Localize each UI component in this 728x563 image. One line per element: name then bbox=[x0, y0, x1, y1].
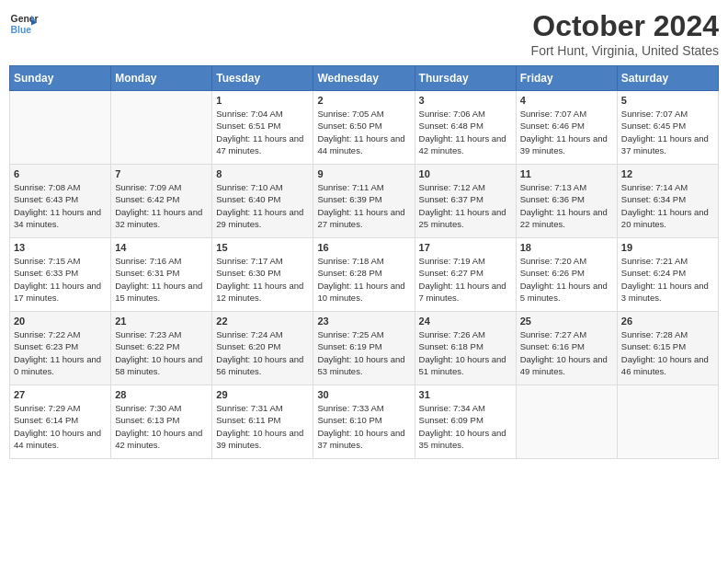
day-number: 8 bbox=[216, 168, 309, 179]
day-number: 14 bbox=[115, 242, 208, 253]
day-info: Sunrise: 7:19 AMSunset: 6:27 PMDaylight:… bbox=[419, 255, 512, 304]
day-number: 25 bbox=[520, 316, 613, 327]
day-info: Sunrise: 7:07 AMSunset: 6:46 PMDaylight:… bbox=[520, 108, 613, 156]
calendar-cell: 12Sunrise: 7:14 AMSunset: 6:34 PMDayligh… bbox=[617, 165, 718, 238]
calendar-cell: 17Sunrise: 7:19 AMSunset: 6:27 PMDayligh… bbox=[415, 238, 516, 312]
day-number: 9 bbox=[317, 168, 410, 179]
calendar-cell: 21Sunrise: 7:23 AMSunset: 6:22 PMDayligh… bbox=[111, 312, 212, 385]
day-info: Sunrise: 7:30 AMSunset: 6:13 PMDaylight:… bbox=[115, 402, 208, 451]
calendar-cell: 8Sunrise: 7:10 AMSunset: 6:40 PMDaylight… bbox=[212, 165, 313, 238]
calendar-cell: 1Sunrise: 7:04 AMSunset: 6:51 PMDaylight… bbox=[212, 91, 313, 165]
logo: General Blue bbox=[9, 9, 39, 39]
calendar-week-5: 27Sunrise: 7:29 AMSunset: 6:14 PMDayligh… bbox=[10, 385, 719, 459]
day-number: 12 bbox=[621, 168, 714, 179]
calendar-cell bbox=[617, 385, 718, 459]
calendar-cell: 4Sunrise: 7:07 AMSunset: 6:46 PMDaylight… bbox=[516, 91, 617, 165]
calendar-cell bbox=[111, 91, 212, 165]
day-info: Sunrise: 7:27 AMSunset: 6:16 PMDaylight:… bbox=[520, 328, 613, 377]
day-info: Sunrise: 7:04 AMSunset: 6:51 PMDaylight:… bbox=[216, 108, 309, 156]
calendar-cell bbox=[516, 385, 617, 459]
calendar-cell: 24Sunrise: 7:26 AMSunset: 6:18 PMDayligh… bbox=[415, 312, 516, 385]
header-thursday: Thursday bbox=[415, 66, 516, 91]
calendar-table: SundayMondayTuesdayWednesdayThursdayFrid… bbox=[9, 65, 719, 459]
title-section: October 2024 Fort Hunt, Virginia, United… bbox=[531, 9, 719, 58]
day-info: Sunrise: 7:21 AMSunset: 6:24 PMDaylight:… bbox=[621, 255, 714, 304]
day-info: Sunrise: 7:13 AMSunset: 6:36 PMDaylight:… bbox=[520, 181, 613, 230]
calendar-cell: 13Sunrise: 7:15 AMSunset: 6:33 PMDayligh… bbox=[10, 238, 111, 312]
day-info: Sunrise: 7:09 AMSunset: 6:42 PMDaylight:… bbox=[115, 181, 208, 230]
day-info: Sunrise: 7:12 AMSunset: 6:37 PMDaylight:… bbox=[419, 181, 512, 230]
day-info: Sunrise: 7:22 AMSunset: 6:23 PMDaylight:… bbox=[14, 328, 107, 377]
calendar-header-row: SundayMondayTuesdayWednesdayThursdayFrid… bbox=[10, 66, 719, 91]
calendar-cell: 25Sunrise: 7:27 AMSunset: 6:16 PMDayligh… bbox=[516, 312, 617, 385]
header-monday: Monday bbox=[111, 66, 212, 91]
calendar-cell: 30Sunrise: 7:33 AMSunset: 6:10 PMDayligh… bbox=[313, 385, 415, 459]
day-info: Sunrise: 7:34 AMSunset: 6:09 PMDaylight:… bbox=[419, 402, 512, 451]
header-wednesday: Wednesday bbox=[313, 66, 415, 91]
calendar-cell: 7Sunrise: 7:09 AMSunset: 6:42 PMDaylight… bbox=[111, 165, 212, 238]
day-info: Sunrise: 7:16 AMSunset: 6:31 PMDaylight:… bbox=[115, 255, 208, 304]
calendar-cell: 16Sunrise: 7:18 AMSunset: 6:28 PMDayligh… bbox=[313, 238, 415, 312]
day-info: Sunrise: 7:25 AMSunset: 6:19 PMDaylight:… bbox=[317, 328, 410, 377]
day-info: Sunrise: 7:18 AMSunset: 6:28 PMDaylight:… bbox=[317, 255, 410, 304]
header-sunday: Sunday bbox=[10, 66, 111, 91]
calendar-cell: 3Sunrise: 7:06 AMSunset: 6:48 PMDaylight… bbox=[415, 91, 516, 165]
day-number: 11 bbox=[520, 168, 613, 179]
calendar-cell: 14Sunrise: 7:16 AMSunset: 6:31 PMDayligh… bbox=[111, 238, 212, 312]
day-info: Sunrise: 7:24 AMSunset: 6:20 PMDaylight:… bbox=[216, 328, 309, 377]
day-number: 15 bbox=[216, 242, 309, 253]
day-number: 26 bbox=[621, 316, 714, 327]
calendar-week-4: 20Sunrise: 7:22 AMSunset: 6:23 PMDayligh… bbox=[10, 312, 719, 385]
day-info: Sunrise: 7:14 AMSunset: 6:34 PMDaylight:… bbox=[621, 181, 714, 230]
day-info: Sunrise: 7:33 AMSunset: 6:10 PMDaylight:… bbox=[317, 402, 410, 451]
day-info: Sunrise: 7:31 AMSunset: 6:11 PMDaylight:… bbox=[216, 402, 309, 451]
day-info: Sunrise: 7:05 AMSunset: 6:50 PMDaylight:… bbox=[317, 108, 410, 156]
day-number: 3 bbox=[419, 95, 512, 106]
day-number: 30 bbox=[317, 389, 410, 400]
day-number: 28 bbox=[115, 389, 208, 400]
calendar-cell: 2Sunrise: 7:05 AMSunset: 6:50 PMDaylight… bbox=[313, 91, 415, 165]
calendar-cell: 5Sunrise: 7:07 AMSunset: 6:45 PMDaylight… bbox=[617, 91, 718, 165]
calendar-cell: 11Sunrise: 7:13 AMSunset: 6:36 PMDayligh… bbox=[516, 165, 617, 238]
day-number: 20 bbox=[14, 316, 107, 327]
calendar-cell: 9Sunrise: 7:11 AMSunset: 6:39 PMDaylight… bbox=[313, 165, 415, 238]
day-number: 7 bbox=[115, 168, 208, 179]
day-info: Sunrise: 7:06 AMSunset: 6:48 PMDaylight:… bbox=[419, 108, 512, 156]
header-friday: Friday bbox=[516, 66, 617, 91]
day-number: 10 bbox=[419, 168, 512, 179]
day-number: 31 bbox=[419, 389, 512, 400]
calendar-cell: 31Sunrise: 7:34 AMSunset: 6:09 PMDayligh… bbox=[415, 385, 516, 459]
calendar-week-2: 6Sunrise: 7:08 AMSunset: 6:43 PMDaylight… bbox=[10, 165, 719, 238]
calendar-cell: 29Sunrise: 7:31 AMSunset: 6:11 PMDayligh… bbox=[212, 385, 313, 459]
day-info: Sunrise: 7:15 AMSunset: 6:33 PMDaylight:… bbox=[14, 255, 107, 304]
day-info: Sunrise: 7:28 AMSunset: 6:15 PMDaylight:… bbox=[621, 328, 714, 377]
header-saturday: Saturday bbox=[617, 66, 718, 91]
day-number: 29 bbox=[216, 389, 309, 400]
day-number: 21 bbox=[115, 316, 208, 327]
day-number: 2 bbox=[317, 95, 410, 106]
day-number: 1 bbox=[216, 95, 309, 106]
day-info: Sunrise: 7:08 AMSunset: 6:43 PMDaylight:… bbox=[14, 181, 107, 230]
page-header: General Blue October 2024 Fort Hunt, Vir… bbox=[9, 9, 719, 58]
calendar-cell: 10Sunrise: 7:12 AMSunset: 6:37 PMDayligh… bbox=[415, 165, 516, 238]
day-number: 24 bbox=[419, 316, 512, 327]
day-info: Sunrise: 7:26 AMSunset: 6:18 PMDaylight:… bbox=[419, 328, 512, 377]
calendar-week-1: 1Sunrise: 7:04 AMSunset: 6:51 PMDaylight… bbox=[10, 91, 719, 165]
day-number: 23 bbox=[317, 316, 410, 327]
day-number: 4 bbox=[520, 95, 613, 106]
calendar-cell: 22Sunrise: 7:24 AMSunset: 6:20 PMDayligh… bbox=[212, 312, 313, 385]
day-number: 16 bbox=[317, 242, 410, 253]
calendar-cell: 15Sunrise: 7:17 AMSunset: 6:30 PMDayligh… bbox=[212, 238, 313, 312]
day-info: Sunrise: 7:23 AMSunset: 6:22 PMDaylight:… bbox=[115, 328, 208, 377]
day-number: 27 bbox=[14, 389, 107, 400]
day-number: 6 bbox=[14, 168, 107, 179]
svg-text:Blue: Blue bbox=[11, 25, 32, 35]
day-info: Sunrise: 7:11 AMSunset: 6:39 PMDaylight:… bbox=[317, 181, 410, 230]
day-info: Sunrise: 7:29 AMSunset: 6:14 PMDaylight:… bbox=[14, 402, 107, 451]
day-info: Sunrise: 7:10 AMSunset: 6:40 PMDaylight:… bbox=[216, 181, 309, 230]
logo-icon: General Blue bbox=[9, 9, 39, 39]
day-number: 5 bbox=[621, 95, 714, 106]
calendar-cell: 26Sunrise: 7:28 AMSunset: 6:15 PMDayligh… bbox=[617, 312, 718, 385]
calendar-cell: 27Sunrise: 7:29 AMSunset: 6:14 PMDayligh… bbox=[10, 385, 111, 459]
day-info: Sunrise: 7:07 AMSunset: 6:45 PMDaylight:… bbox=[621, 108, 714, 156]
